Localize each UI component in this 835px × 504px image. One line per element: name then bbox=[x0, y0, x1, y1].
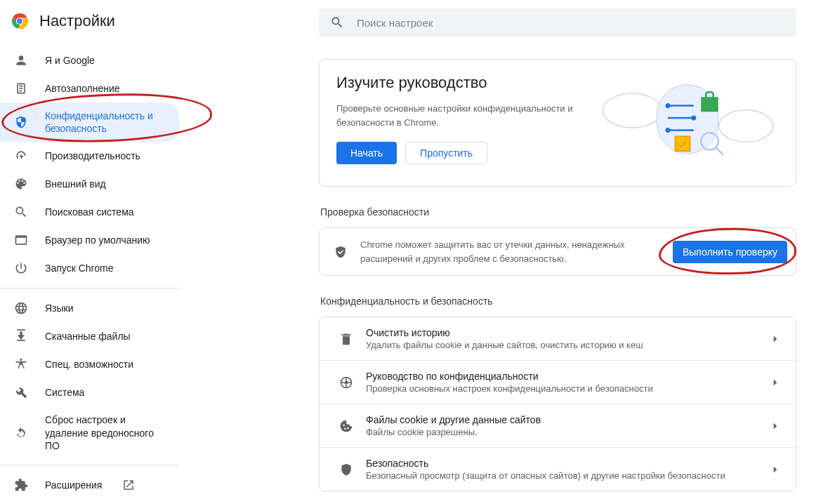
download-icon bbox=[14, 329, 28, 343]
globe-icon bbox=[14, 301, 28, 315]
search-row bbox=[180, 0, 835, 39]
sidebar-item-reset[interactable]: Сброс настроек и удаление вредоносного П… bbox=[0, 406, 179, 459]
sidebar-item-languages[interactable]: Языки bbox=[0, 294, 179, 322]
search-box[interactable] bbox=[319, 8, 796, 37]
sidebar-item-label: Конфиденциальность и безопасность bbox=[45, 110, 168, 135]
shield-check-icon bbox=[334, 245, 348, 259]
guide-icon bbox=[339, 376, 353, 390]
svg-point-12 bbox=[666, 128, 671, 133]
chevron-right-icon bbox=[769, 420, 782, 432]
row-subtitle: Проверка основных настроек конфиденциаль… bbox=[366, 383, 756, 394]
sidebar-item-privacy-security[interactable]: Конфиденциальность и безопасность bbox=[0, 102, 179, 142]
sidebar-header: Настройки bbox=[0, 3, 179, 42]
svg-point-19 bbox=[345, 380, 348, 384]
privacy-section-title: Конфиденциальность и безопасность bbox=[320, 296, 796, 307]
sidebar-item-label: Поисковая система bbox=[45, 206, 134, 218]
sidebar-item-extensions[interactable]: Расширения bbox=[0, 471, 179, 499]
guide-description: Проверьте основные настройки конфиденциа… bbox=[336, 102, 585, 129]
svg-point-5 bbox=[603, 93, 662, 128]
row-title: Руководство по конфиденциальности bbox=[366, 371, 756, 382]
svg-point-2 bbox=[17, 18, 22, 24]
sidebar-title: Настройки bbox=[39, 12, 115, 30]
sidebar: Настройки Я и Google Автозаполнение Конф… bbox=[0, 0, 180, 504]
row-privacy-guide[interactable]: Руководство по конфиденциальности Провер… bbox=[320, 360, 796, 404]
row-security[interactable]: Безопасность Безопасный просмотр (защита… bbox=[320, 447, 796, 491]
row-subtitle: Удалить файлы cookie и данные сайтов, оч… bbox=[366, 340, 756, 350]
trash-icon bbox=[339, 332, 353, 346]
accessibility-icon bbox=[14, 357, 28, 371]
row-subtitle: Безопасный просмотр (защита от опасных с… bbox=[366, 470, 756, 481]
sidebar-item-you-and-google[interactable]: Я и Google bbox=[0, 46, 179, 74]
safety-section-title: Проверка безопасности bbox=[320, 206, 796, 218]
guide-title: Изучите руководство bbox=[336, 74, 585, 92]
appearance-icon bbox=[14, 177, 28, 191]
open-external-icon bbox=[121, 478, 136, 492]
privacy-icon bbox=[14, 115, 28, 129]
nav-group-advanced: Языки Скачанные файлы Спец. возможности … bbox=[0, 288, 179, 459]
svg-point-8 bbox=[666, 103, 671, 108]
row-title: Безопасность bbox=[366, 458, 756, 469]
sidebar-item-search-engine[interactable]: Поисковая система bbox=[0, 198, 179, 226]
sidebar-item-label: Сброс настроек и удаление вредоносного П… bbox=[45, 413, 168, 452]
sidebar-item-label: Запуск Chrome bbox=[45, 262, 113, 274]
wrench-icon bbox=[14, 385, 28, 399]
row-title: Файлы cookie и другие данные сайтов bbox=[366, 414, 756, 425]
sidebar-item-label: Языки bbox=[45, 302, 74, 314]
svg-point-6 bbox=[719, 110, 773, 142]
sidebar-item-label: Скачанные файлы bbox=[45, 330, 131, 343]
sidebar-item-label: Расширения bbox=[45, 479, 102, 491]
autofill-icon bbox=[14, 81, 28, 95]
row-clear-history[interactable]: Очистить историю Удалить файлы cookie и … bbox=[320, 317, 796, 360]
search-icon bbox=[330, 15, 344, 29]
privacy-list: Очистить историю Удалить файлы cookie и … bbox=[319, 317, 796, 491]
sidebar-item-default-browser[interactable]: Браузер по умолчанию bbox=[0, 226, 179, 254]
chevron-right-icon bbox=[769, 463, 782, 476]
sidebar-item-label: Автозаполнение bbox=[45, 82, 120, 95]
chevron-right-icon bbox=[769, 333, 782, 345]
chrome-logo-icon bbox=[11, 13, 28, 29]
sidebar-item-downloads[interactable]: Скачанные файлы bbox=[0, 322, 179, 350]
svg-line-17 bbox=[716, 147, 723, 155]
row-cookies[interactable]: Файлы cookie и другие данные сайтов Файл… bbox=[320, 404, 796, 447]
cookie-icon bbox=[339, 419, 353, 433]
person-icon bbox=[14, 53, 28, 67]
safety-check-card: Chrome поможет защитить вас от утечки да… bbox=[319, 227, 796, 276]
default-browser-icon bbox=[14, 233, 28, 247]
sidebar-item-performance[interactable]: Производительность bbox=[0, 142, 179, 170]
nav-group-bottom: Расширения О браузере Chrome bbox=[0, 465, 179, 504]
run-check-button[interactable]: Выполнить проверку bbox=[673, 241, 787, 263]
sidebar-item-appearance[interactable]: Внешний вид bbox=[0, 170, 179, 198]
search-input[interactable] bbox=[357, 17, 785, 29]
safety-text: Chrome поможет защитить вас от утечки да… bbox=[360, 238, 660, 265]
performance-icon bbox=[14, 149, 28, 163]
sidebar-item-accessibility[interactable]: Спец. возможности bbox=[0, 350, 179, 378]
sidebar-item-system[interactable]: Система bbox=[0, 378, 179, 406]
row-title: Очистить историю bbox=[366, 327, 756, 338]
search-icon bbox=[14, 205, 28, 219]
sidebar-item-label: Система bbox=[45, 386, 84, 399]
sidebar-item-about-chrome[interactable]: О браузере Chrome bbox=[0, 499, 179, 504]
security-icon bbox=[339, 463, 353, 477]
sidebar-item-label: Браузер по умолчанию bbox=[45, 234, 150, 246]
privacy-guide-card: Изучите руководство Проверьте основные н… bbox=[319, 59, 796, 187]
row-subtitle: Файлы cookie разрешены. bbox=[366, 427, 756, 437]
sidebar-item-label: Спец. возможности bbox=[45, 358, 133, 371]
sidebar-item-autofill[interactable]: Автозаполнение bbox=[0, 74, 179, 102]
reset-icon bbox=[14, 426, 28, 440]
extensions-icon bbox=[14, 478, 28, 492]
sidebar-item-label: Производительность bbox=[45, 150, 140, 162]
sidebar-item-label: Я и Google bbox=[45, 54, 95, 67]
skip-button[interactable]: Пропустить bbox=[405, 142, 487, 164]
guide-illustration bbox=[596, 74, 779, 172]
chevron-right-icon bbox=[769, 376, 782, 389]
svg-point-10 bbox=[691, 116, 696, 121]
power-icon bbox=[14, 261, 28, 275]
main: Изучите руководство Проверьте основные н… bbox=[180, 0, 835, 504]
start-button[interactable]: Начать bbox=[336, 142, 397, 164]
nav-group-main: Я и Google Автозаполнение Конфиденциальн… bbox=[0, 42, 179, 282]
content: Изучите руководство Проверьте основные н… bbox=[319, 59, 796, 491]
sidebar-item-on-startup[interactable]: Запуск Chrome bbox=[0, 254, 179, 282]
sidebar-item-label: Внешний вид bbox=[45, 178, 106, 190]
